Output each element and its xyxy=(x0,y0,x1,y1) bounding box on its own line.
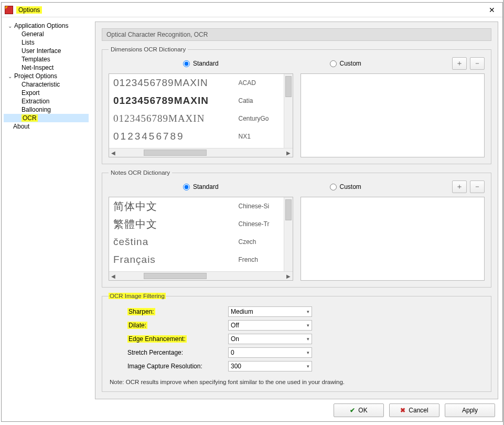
x-icon: ✖ xyxy=(400,407,405,414)
dilate-combo[interactable]: Off▾ xyxy=(228,320,312,331)
tree-project-options[interactable]: ⌄ Project Options xyxy=(4,72,89,80)
chevron-down-icon: ▾ xyxy=(307,336,309,342)
notes-listview[interactable]: 简体中文Chinese-Si 繁體中文Chinese-Tr češtinaCze… xyxy=(109,197,293,281)
sharpen-label: Sharpen: xyxy=(127,308,222,315)
chevron-down-icon: ⌄ xyxy=(7,23,13,29)
notes-custom-radio[interactable] xyxy=(330,184,337,190)
edge-label: Edge Enhancement: xyxy=(127,335,222,343)
resolution-label: Image Capture Resolution: xyxy=(127,363,222,370)
note-text: Note: OCR results improve when specifyin… xyxy=(109,379,485,385)
notes-dict-legend: Notes OCR Dictionary xyxy=(109,169,172,176)
horizontal-scrollbar[interactable]: ◀ ▶ xyxy=(109,271,293,280)
chevron-down-icon: ⌄ xyxy=(7,73,13,79)
vertical-scrollbar[interactable] xyxy=(284,74,293,148)
scroll-right-icon[interactable]: ▶ xyxy=(284,273,293,279)
cancel-button[interactable]: ✖Cancel xyxy=(389,403,439,417)
list-item: 0123456789MAXINCenturyGo xyxy=(109,110,284,128)
tree-general[interactable]: General xyxy=(4,30,89,38)
dim-standard-radio[interactable] xyxy=(183,60,190,67)
tree-lists[interactable]: Lists xyxy=(4,38,89,47)
dim-custom-label: Custom xyxy=(340,60,361,67)
dim-custom-radio[interactable] xyxy=(330,60,337,67)
tree-extraction[interactable]: Extraction xyxy=(4,97,89,105)
tree-user-interface[interactable]: User Interface xyxy=(4,47,89,55)
list-item: češtinaCzech xyxy=(109,233,284,251)
tree-characteristic[interactable]: Characteristic xyxy=(4,80,89,89)
content-wrap: Optical Character Recognition, OCR Dimen… xyxy=(91,17,502,399)
dim-custom-list[interactable] xyxy=(301,73,485,157)
list-item: FrançaisFrench xyxy=(109,251,284,269)
resolution-combo[interactable]: 300▾ xyxy=(228,361,312,371)
notes-remove-button[interactable]: － xyxy=(470,180,485,193)
dimensions-dict-group: Dimensions OCR Dictionary Standard 01234… xyxy=(102,46,491,164)
tree-ocr[interactable]: OCR xyxy=(4,114,89,122)
tree-app-options[interactable]: ⌄ Application Options xyxy=(4,22,89,30)
dim-listview[interactable]: 0123456789MAXINACAD 0123456789MAXINCatia… xyxy=(109,73,293,157)
image-filter-group: OCR Image Filtering Sharpen: Medium▾ Dil… xyxy=(102,293,491,392)
edge-combo[interactable]: On▾ xyxy=(228,334,312,344)
tree-about[interactable]: About xyxy=(4,122,89,131)
tree-net-inspect[interactable]: Net-Inspect xyxy=(4,63,89,72)
dilate-label: Dilate: xyxy=(127,322,222,329)
content-panel: Optical Character Recognition, OCR Dimen… xyxy=(95,22,498,399)
list-item: 简体中文Chinese-Si xyxy=(109,197,284,215)
chevron-down-icon: ▾ xyxy=(307,323,309,328)
list-item: 0123456789MAXINCatia xyxy=(109,92,284,110)
scroll-left-icon[interactable]: ◀ xyxy=(109,150,117,156)
chevron-down-icon: ▾ xyxy=(307,364,309,369)
stretch-combo[interactable]: 0▾ xyxy=(228,347,312,358)
app-icon xyxy=(5,6,13,14)
notes-standard-radio[interactable] xyxy=(183,184,190,190)
list-item: 0123456789NX1 xyxy=(109,128,284,145)
close-icon[interactable]: ✕ xyxy=(485,5,499,15)
check-icon: ✔ xyxy=(350,407,355,414)
ok-button[interactable]: ✔OK xyxy=(334,403,384,417)
list-item: 0123456789MAXINACAD xyxy=(109,74,284,92)
dim-add-button[interactable]: ＋ xyxy=(452,57,467,70)
sidebar: ⌄ Application Options General Lists User… xyxy=(2,17,91,399)
body: ⌄ Application Options General Lists User… xyxy=(2,17,502,399)
chevron-down-icon: ▾ xyxy=(307,309,309,314)
tree-export[interactable]: Export xyxy=(4,89,89,97)
tree-ballooning[interactable]: Ballooning xyxy=(4,105,89,114)
titlebar: Options ✕ xyxy=(2,3,502,17)
scroll-right-icon[interactable]: ▶ xyxy=(284,150,293,156)
scroll-left-icon[interactable]: ◀ xyxy=(109,273,117,279)
vertical-scrollbar[interactable] xyxy=(284,197,293,271)
notes-add-button[interactable]: ＋ xyxy=(452,180,467,193)
horizontal-scrollbar[interactable]: ◀ ▶ xyxy=(109,148,293,157)
chevron-down-icon: ▾ xyxy=(307,350,309,355)
image-filter-legend: OCR Image Filtering xyxy=(109,293,166,299)
dim-remove-button[interactable]: － xyxy=(470,57,485,70)
sharpen-combo[interactable]: Medium▾ xyxy=(228,306,312,317)
notes-dict-group: Notes OCR Dictionary Standard 简体中文Chines… xyxy=(102,169,491,288)
list-item: 繁體中文Chinese-Tr xyxy=(109,215,284,233)
options-window: Options ✕ ⌄ Application Options General … xyxy=(1,2,503,422)
notes-standard-label: Standard xyxy=(193,183,219,190)
notes-custom-label: Custom xyxy=(340,183,361,190)
stretch-label: Stretch Percentage: xyxy=(127,349,222,356)
dimensions-dict-legend: Dimensions OCR Dictionary xyxy=(109,46,188,52)
tree-templates[interactable]: Templates xyxy=(4,55,89,63)
apply-button[interactable]: Apply xyxy=(445,403,495,417)
notes-custom-list[interactable] xyxy=(301,197,485,281)
window-title: Options xyxy=(16,6,42,14)
dim-standard-label: Standard xyxy=(193,60,219,67)
section-title: Optical Character Recognition, OCR xyxy=(102,28,491,41)
footer: ✔OK ✖Cancel Apply xyxy=(2,399,502,421)
